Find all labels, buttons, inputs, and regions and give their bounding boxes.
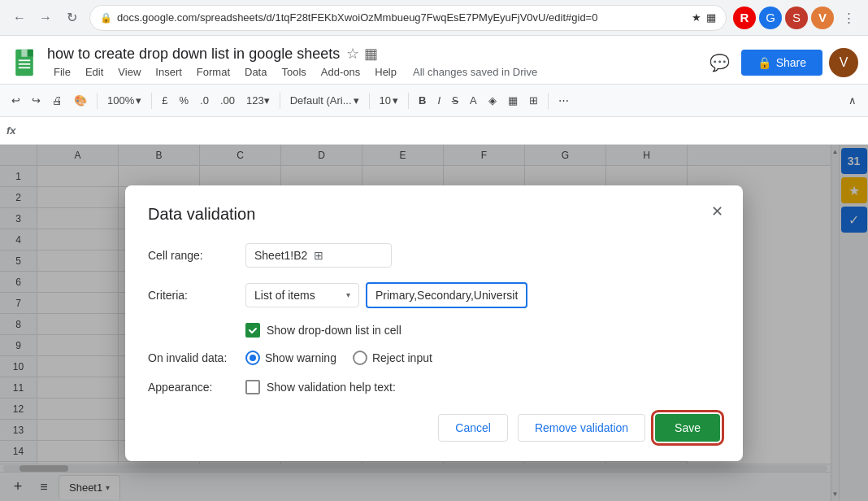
fontsize-value: 10 [380, 94, 391, 107]
avatar-initial: V [840, 55, 848, 70]
undo-button[interactable]: ↩ [7, 89, 25, 112]
show-warning-label: Show warning [265, 351, 336, 364]
modal-title: Data validation [148, 205, 720, 224]
menu-edit[interactable]: Edit [79, 64, 110, 80]
modal-footer: Cancel Remove validation Save [148, 414, 720, 442]
formula-icon: fx [7, 124, 16, 137]
user-profile-btn[interactable]: V [811, 7, 834, 29]
reject-input-option[interactable]: Reject input [353, 351, 432, 365]
lock-icon: 🔒 [100, 12, 112, 24]
show-warning-option[interactable]: Show warning [245, 351, 336, 365]
folder-doc-icon[interactable]: ▦ [364, 45, 378, 63]
appearance-row: Appearance: Show validation help text: [148, 380, 720, 394]
forward-button[interactable]: → [34, 7, 57, 29]
criteria-type-dropdown[interactable]: List of items ▾ [245, 283, 359, 307]
menu-view[interactable]: View [111, 64, 147, 80]
toolbar-sep-2 [151, 93, 152, 109]
menu-data[interactable]: Data [238, 64, 273, 80]
cancel-button[interactable]: Cancel [438, 414, 508, 442]
invalid-data-row: On invalid data: Show warning Reject inp [148, 351, 720, 365]
cell-range-input[interactable]: Sheet1!B2 ⊞ [245, 243, 392, 268]
percent-button[interactable]: % [174, 89, 193, 112]
reload-button[interactable]: ↻ [60, 7, 83, 29]
extensions-btn-1[interactable]: R [733, 7, 756, 29]
borders-button[interactable]: ▦ [503, 89, 523, 112]
show-dropdown-row: Show drop-down list in cell [148, 323, 720, 338]
currency-button[interactable]: £ [157, 89, 172, 112]
share-label: Share [776, 56, 806, 69]
extensions-btn-2[interactable]: G [759, 7, 782, 29]
fill-color-button[interactable]: ◈ [484, 89, 501, 112]
user-avatar[interactable]: V [829, 48, 858, 77]
chat-button[interactable]: 💬 [705, 48, 735, 77]
decimal00-button[interactable]: .00 [215, 89, 240, 112]
extensions-btn-3[interactable]: S [785, 7, 808, 29]
font-chevron: ▾ [354, 94, 359, 107]
reject-input-label: Reject input [372, 351, 432, 364]
modal-close-button[interactable]: ✕ [704, 198, 730, 224]
invalid-data-label: On invalid data: [148, 351, 245, 364]
zoom-dropdown[interactable]: 100% ▾ [102, 89, 146, 112]
show-warning-radio[interactable] [245, 351, 260, 365]
share-button[interactable]: 🔒 Share [741, 50, 822, 76]
show-help-checkbox[interactable] [245, 380, 260, 394]
url-text: docs.google.com/spreadsheets/d/1tqF28tFE… [117, 11, 687, 24]
menu-insert[interactable]: Insert [149, 64, 189, 80]
font-value: Default (Ari... [290, 94, 352, 107]
redo-button[interactable]: ↪ [27, 89, 46, 112]
show-help-label: Show validation help text: [267, 381, 396, 394]
criteria-chevron-icon: ▾ [346, 290, 350, 299]
strikethrough-button[interactable]: S̶ [447, 89, 463, 112]
criteria-type-value: List of items [254, 289, 315, 302]
collapse-button[interactable]: ∧ [844, 89, 861, 112]
radio-inner [250, 355, 256, 361]
address-bar[interactable]: 🔒 docs.google.com/spreadsheets/d/1tqF28t… [89, 5, 727, 31]
doc-title-area: how to create drop down list in google s… [47, 45, 697, 80]
menu-addons[interactable]: Add-ons [315, 64, 367, 80]
cell-range-label: Cell range: [148, 249, 245, 262]
italic-button[interactable]: I [432, 89, 445, 112]
browser-menu-btn[interactable]: ⋮ [837, 7, 860, 29]
close-icon: ✕ [711, 203, 723, 220]
range-grid-icon[interactable]: ⊞ [314, 249, 323, 262]
text-color-button[interactable]: A [465, 89, 482, 112]
toolbar-sep-3 [280, 93, 280, 109]
cell-range-value: Sheet1!B2 [254, 249, 307, 262]
bold-button[interactable]: B [414, 89, 431, 112]
format-dropdown[interactable]: 123▾ [241, 89, 275, 112]
saved-status: All changes saved in Drive [413, 64, 537, 80]
star-icon[interactable]: ★ [692, 11, 701, 24]
show-dropdown-label: Show drop-down list in cell [267, 324, 401, 337]
paint-button[interactable]: 🎨 [69, 89, 92, 112]
decimal0-button[interactable]: .0 [195, 89, 214, 112]
show-dropdown-checkbox[interactable] [245, 323, 260, 338]
folder-icon[interactable]: ▦ [706, 11, 716, 24]
remove-validation-button[interactable]: Remove validation [518, 414, 645, 442]
back-button[interactable]: ← [8, 7, 31, 29]
criteria-items-input[interactable] [366, 282, 527, 308]
formula-bar: fx [0, 117, 868, 145]
menu-help[interactable]: Help [368, 64, 403, 80]
svg-rect-3 [19, 63, 30, 64]
menu-format[interactable]: Format [190, 64, 237, 80]
menu-tools[interactable]: Tools [275, 64, 312, 80]
toolbar: ↩ ↪ 🖨 🎨 100% ▾ £ % .0 .00 123▾ Default (… [0, 85, 868, 117]
star-doc-icon[interactable]: ☆ [346, 45, 359, 63]
criteria-row: Criteria: List of items ▾ [148, 282, 720, 308]
back-icon: ← [13, 11, 26, 25]
reject-input-radio[interactable] [353, 351, 367, 365]
cell-range-row: Cell range: Sheet1!B2 ⊞ [148, 243, 720, 268]
fontsize-chevron: ▾ [393, 94, 398, 107]
menu-file[interactable]: File [47, 64, 77, 80]
merge-button[interactable]: ⊞ [524, 89, 543, 112]
save-button[interactable]: Save [655, 414, 720, 442]
print-button[interactable]: 🖨 [47, 89, 67, 112]
svg-rect-4 [19, 67, 30, 68]
font-dropdown[interactable]: Default (Ari... ▾ [285, 89, 364, 112]
more-button[interactable]: ⋯ [553, 89, 574, 112]
formula-input[interactable] [21, 124, 861, 137]
data-validation-modal: Data validation ✕ Cell range: Sheet1!B2 … [125, 185, 743, 461]
svg-rect-5 [28, 49, 33, 56]
zoom-chevron: ▾ [136, 94, 141, 107]
fontsize-dropdown[interactable]: 10 ▾ [375, 89, 403, 112]
